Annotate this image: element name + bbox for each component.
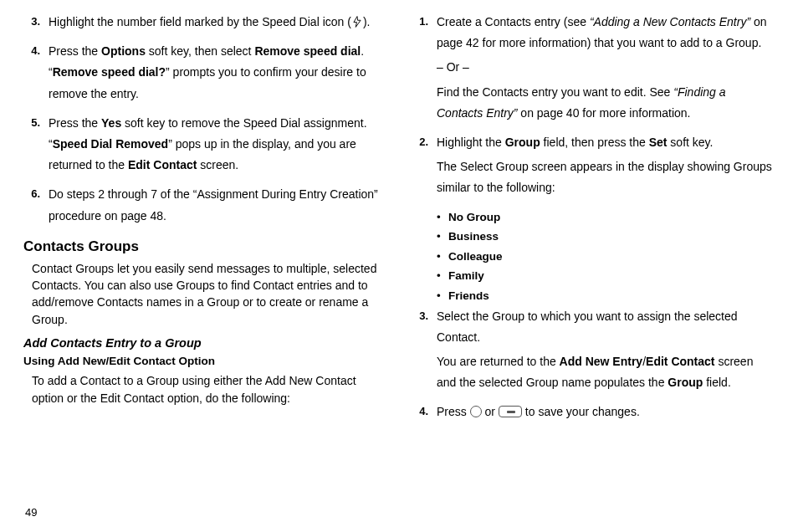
step-text: Find the Contacts entry you want to edit… [437, 82, 775, 124]
bullet-item: •Family [437, 266, 775, 286]
list-item: 4.Press or to save your changes. [412, 402, 775, 426]
step-text: You are returned to the Add New Entry/Ed… [437, 351, 775, 393]
center-key-icon [470, 406, 482, 417]
step-text: – Or – [437, 57, 775, 78]
list-number: 3. [412, 306, 437, 397]
bullet-label: No Group [448, 207, 500, 228]
bullet-label: Friends [448, 286, 489, 306]
subsubheading-using-add-new: Using Add New/Edit Contact Option [23, 355, 386, 367]
step-text: Do steps 2 through 7 of the “Assignment … [49, 184, 386, 226]
bullet-item: •No Group [437, 207, 775, 228]
left-column: 3.Highlight the number field marked by t… [23, 12, 386, 432]
list-number: 6. [23, 184, 49, 229]
step-text: Select the Group to which you want to as… [437, 306, 775, 348]
list-number: 3. [23, 12, 49, 36]
list-item: 2.Highlight the Group field, then press … [412, 132, 775, 202]
list-item: 3.Select the Group to which you want to … [412, 306, 775, 397]
bullet-label: Family [448, 266, 484, 286]
bullet-item: •Friends [437, 286, 775, 306]
list-number: 5. [23, 113, 49, 180]
list-item: 3.Highlight the number field marked by t… [23, 12, 386, 36]
list-number: 4. [23, 41, 49, 108]
list-item: 1.Create a Contacts entry (see “Adding a… [412, 12, 775, 127]
step-text: Press or to save your changes. [437, 402, 775, 422]
bullet-item: •Business [437, 227, 775, 247]
heading-contacts-groups: Contacts Groups [23, 238, 386, 255]
contacts-groups-body: Contact Groups let you easily send messa… [32, 260, 386, 328]
list-item: 6.Do steps 2 through 7 of the “Assignmen… [23, 184, 386, 229]
group-bullet-list: •No Group•Business•Colleague•Family•Frie… [437, 207, 775, 306]
bullet-dot: • [437, 227, 448, 247]
left-ordered-list: 3.Highlight the number field marked by t… [23, 12, 386, 230]
page: 3.Highlight the number field marked by t… [0, 0, 798, 432]
subheading-add-contacts-entry: Add Contacts Entry to a Group [23, 336, 386, 350]
step-text: Create a Contacts entry (see “Adding a N… [437, 12, 775, 54]
bullet-dot: • [437, 286, 448, 306]
right-column: 1.Create a Contacts entry (see “Adding a… [412, 12, 775, 432]
step-text: Highlight the number field marked by the… [49, 12, 386, 33]
step-text: Press the Options soft key, then select … [49, 41, 386, 105]
page-number: 49 [25, 506, 37, 519]
list-item: 4.Press the Options soft key, then selec… [23, 41, 386, 108]
list-number: 4. [412, 402, 437, 426]
step-text: Highlight the Group field, then press th… [437, 132, 775, 153]
bullet-dot: • [437, 247, 448, 267]
using-add-new-body: To add a Contact to a Group using either… [32, 372, 386, 407]
list-number: 1. [412, 12, 437, 127]
step-text: Press the Yes soft key to remove the Spe… [49, 113, 386, 176]
step-text: The Select Group screen appears in the d… [437, 156, 775, 198]
right-ordered-list-b: 3.Select the Group to which you want to … [412, 306, 775, 427]
bullet-dot: • [437, 266, 448, 286]
speed-dial-icon [351, 15, 363, 28]
bullet-label: Colleague [448, 247, 503, 267]
bullet-dot: • [437, 207, 448, 228]
bullet-label: Business [448, 227, 499, 247]
bullet-item: •Colleague [437, 247, 775, 267]
list-item: 5.Press the Yes soft key to remove the S… [23, 113, 386, 180]
ok-key-icon [499, 406, 522, 417]
list-number: 2. [412, 132, 437, 202]
right-ordered-list-a: 1.Create a Contacts entry (see “Adding a… [412, 12, 775, 202]
